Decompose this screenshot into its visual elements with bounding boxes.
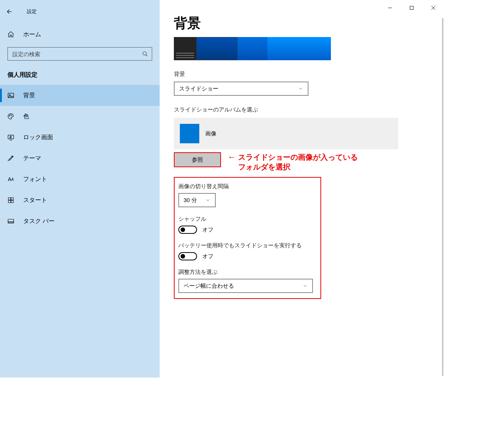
sidebar-titlebar: 設定 — [0, 4, 160, 19]
caption-buttons — [379, 0, 444, 16]
background-preview — [174, 37, 331, 60]
svg-point-4 — [10, 114, 11, 115]
svg-point-3 — [9, 116, 10, 116]
battery-toggle[interactable] — [178, 252, 197, 260]
back-button[interactable] — [0, 4, 18, 19]
sidebar-item-start[interactable]: スタート — [0, 190, 160, 211]
svg-rect-9 — [11, 198, 13, 200]
shuffle-toggle[interactable] — [178, 226, 197, 234]
page-title: 背景 — [174, 14, 429, 33]
chevron-down-icon — [205, 198, 210, 203]
lockscreen-icon — [7, 134, 15, 141]
app-title: 設定 — [27, 8, 37, 15]
svg-point-0 — [143, 52, 146, 55]
fit-label: 調整方法を選ぶ — [178, 269, 317, 276]
palette-icon — [7, 113, 15, 120]
arrow-left-icon — [6, 8, 12, 15]
shuffle-label: シャッフル — [178, 215, 317, 223]
background-select-label: 背景 — [174, 71, 429, 78]
battery-toggle-value: オフ — [202, 253, 213, 260]
close-button[interactable] — [422, 0, 444, 16]
album-panel[interactable]: 画像 — [174, 118, 398, 149]
search-box[interactable] — [7, 47, 152, 61]
svg-point-5 — [11, 115, 12, 116]
content: 背景 背景 スライドショー スライドショーのアルバムを選ぶ 画像 — [160, 0, 444, 377]
sidebar-item-label: 背景 — [23, 92, 35, 100]
maximize-button[interactable] — [401, 0, 422, 16]
close-icon — [431, 6, 436, 10]
sidebar-item-lockscreen[interactable]: ロック画面 — [0, 127, 160, 148]
sidebar-item-label: 色 — [23, 113, 29, 120]
album-thumbnail — [180, 124, 199, 143]
browse-button-label: 参照 — [192, 156, 203, 163]
callout-browse: ← スライドショーの画像が入っている フォルダを選択 — [228, 152, 358, 172]
album-name: 画像 — [205, 130, 216, 137]
start-icon — [7, 197, 15, 204]
sidebar-home-label: ホーム — [23, 31, 41, 39]
svg-rect-11 — [11, 201, 13, 203]
chevron-down-icon — [298, 86, 303, 91]
interval-select[interactable]: 30 分 — [178, 193, 216, 207]
font-icon: AA — [7, 176, 15, 182]
arrow-left-icon: ← — [228, 152, 236, 162]
sidebar-item-taskbar[interactable]: タスク バー — [0, 211, 160, 232]
callout-browse-line2: フォルダを選択 — [238, 162, 358, 172]
search-icon — [142, 51, 148, 57]
slideshow-settings-box: 画像の切り替え間隔 30 分 シャッフル オフ バッテリー使用時でもスライドショ… — [174, 177, 321, 299]
taskbar-icon — [7, 217, 15, 225]
sidebar-home[interactable]: ホーム — [0, 25, 160, 44]
sidebar-item-background[interactable]: 背景 — [0, 85, 160, 106]
sidebar-item-themes[interactable]: テーマ — [0, 148, 160, 169]
minimize-button[interactable] — [379, 0, 401, 16]
sidebar-item-label: スタート — [23, 196, 47, 204]
battery-label: バッテリー使用時でもスライドショーを実行する — [178, 242, 317, 249]
chevron-down-icon — [302, 283, 308, 288]
svg-rect-7 — [10, 137, 11, 138]
sidebar-item-fonts[interactable]: AA フォント — [0, 169, 160, 190]
sidebar-item-colors[interactable]: 色 — [0, 106, 160, 127]
svg-rect-8 — [8, 198, 10, 200]
sidebar-category-title: 個人用設定 — [0, 61, 160, 85]
interval-value: 30 分 — [184, 197, 197, 204]
background-select[interactable]: スライドショー — [174, 82, 308, 96]
brush-icon — [7, 154, 15, 162]
sidebar: 設定 ホーム 個人用設定 背景 — [0, 0, 160, 377]
svg-rect-16 — [410, 6, 414, 10]
fit-select[interactable]: ページ幅に合わせる — [178, 279, 313, 293]
home-icon — [7, 31, 15, 38]
album-select-label: スライドショーのアルバムを選ぶ — [174, 106, 429, 113]
svg-rect-10 — [8, 201, 10, 203]
callout-browse-line1: スライドショーの画像が入っている — [238, 152, 358, 162]
scrollbar[interactable] — [442, 18, 443, 376]
sidebar-item-label: ロック画面 — [23, 134, 53, 141]
maximize-icon — [409, 6, 414, 10]
sidebar-item-label: タスク バー — [23, 217, 55, 225]
sidebar-item-label: フォント — [23, 175, 47, 183]
fit-value: ページ幅に合わせる — [184, 282, 234, 290]
background-select-value: スライドショー — [179, 85, 218, 92]
interval-label: 画像の切り替え間隔 — [178, 183, 317, 190]
sidebar-item-label: テーマ — [23, 155, 41, 162]
search-input[interactable] — [8, 48, 152, 60]
browse-button[interactable]: 参照 — [174, 152, 221, 167]
shuffle-toggle-value: オフ — [202, 226, 213, 233]
sidebar-nav: 背景 色 ロック画面 テーマ AA — [0, 85, 160, 232]
minimize-icon — [388, 6, 392, 10]
picture-icon — [7, 92, 15, 99]
